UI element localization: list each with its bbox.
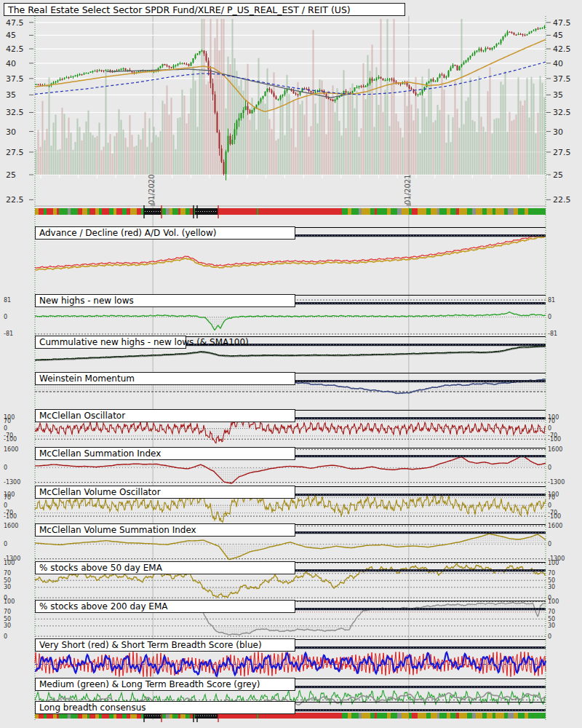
svg-text:0: 0 — [4, 314, 7, 320]
svg-text:47.5: 47.5 — [6, 18, 24, 28]
svg-text:47.5: 47.5 — [553, 18, 571, 28]
svg-text:35: 35 — [6, 90, 16, 100]
svg-text:100: 100 — [4, 598, 15, 605]
svg-text:1600: 1600 — [548, 523, 562, 529]
svg-text:42.5: 42.5 — [6, 44, 24, 54]
panel-label-mcclellan-volume-summation: McClellan Volume Summation Index — [35, 523, 295, 537]
svg-text:32.5: 32.5 — [6, 108, 24, 117]
svg-text:0: 0 — [4, 502, 7, 509]
svg-text:37.5: 37.5 — [6, 74, 24, 84]
svg-text:81: 81 — [548, 297, 555, 304]
chart-page: { "title": "The Real Estate Select Secto… — [0, 0, 582, 728]
svg-text:30: 30 — [553, 127, 563, 137]
svg-text:0: 0 — [4, 425, 7, 432]
svg-text:70: 70 — [548, 609, 555, 615]
svg-text:70: 70 — [548, 494, 555, 501]
svg-text:0: 0 — [548, 314, 551, 320]
panel-label-mcclellan-summation: McClellan Summation Index — [35, 447, 295, 460]
svg-text:01/2020: 01/2020 — [148, 174, 156, 205]
svg-text:0: 0 — [548, 633, 551, 640]
svg-text:50: 50 — [548, 616, 555, 622]
panel-label-pct-above-50ema: % stocks above 50 day EMA — [35, 561, 295, 574]
svg-text:-100: -100 — [4, 513, 17, 520]
panel-label-breadth-short: Very Short (red) & Short Term Breadth Sc… — [35, 638, 295, 652]
chart-canvas[interactable]: 47.547.5454542.542.5404037.537.5353532.5… — [0, 0, 582, 728]
panel-label-long-breadth-consensus: Long breadth consensus — [35, 701, 295, 714]
panel-label-new-highs-lows: New highs - new lows — [35, 294, 295, 307]
svg-text:30: 30 — [548, 622, 555, 629]
svg-text:70: 70 — [4, 494, 11, 501]
svg-text:30: 30 — [6, 127, 16, 137]
svg-text:81: 81 — [4, 297, 11, 304]
svg-text:30: 30 — [548, 584, 555, 590]
svg-text:25: 25 — [6, 170, 16, 180]
svg-text:0: 0 — [548, 464, 551, 471]
svg-text:1600: 1600 — [4, 446, 18, 453]
svg-text:0: 0 — [548, 502, 551, 509]
svg-text:1600: 1600 — [4, 523, 18, 529]
svg-text:-81: -81 — [548, 331, 557, 337]
svg-text:-81: -81 — [4, 331, 13, 337]
panel-label-pct-above-200ema: % stocks above 200 day EMA — [35, 600, 295, 613]
plot-edges — [35, 16, 546, 720]
svg-text:45: 45 — [6, 31, 16, 40]
ad-vol-line-yellow — [35, 237, 546, 271]
svg-text:42.5: 42.5 — [553, 44, 571, 54]
panel-label-mcclellan-volume-oscillator: McClellan Volume Oscillator — [35, 486, 295, 499]
svg-text:70: 70 — [548, 418, 555, 424]
panel-label-advance-decline: Advance / Decline (red) A/D Vol. (yellow… — [35, 226, 295, 240]
svg-text:27.5: 27.5 — [6, 148, 24, 157]
sma-fast-yellow — [35, 39, 546, 111]
svg-text:50: 50 — [4, 577, 11, 584]
volume-bars — [36, 19, 546, 175]
svg-text:0: 0 — [4, 633, 7, 640]
svg-text:40: 40 — [553, 59, 563, 68]
panel-label-cumulative-highs-lows: Cummulative new highs - new lows (& SMA1… — [35, 336, 186, 349]
nh-nl-line — [35, 312, 546, 331]
panel-label-mcclellan-oscillator: McClellan Oscillator — [35, 409, 295, 422]
svg-text:40: 40 — [6, 59, 16, 68]
panel-label-breadth-medium: Medium (green) & Long Term Breadth Score… — [35, 678, 295, 691]
svg-text:37.5: 37.5 — [553, 74, 571, 84]
svg-text:70: 70 — [4, 570, 11, 577]
svg-text:50: 50 — [4, 616, 11, 622]
svg-text:32.5: 32.5 — [553, 108, 571, 117]
main-price-chart: 47.547.5454542.542.5404037.537.5353532.5… — [6, 18, 571, 206]
svg-text:0: 0 — [548, 541, 551, 547]
svg-text:27.5: 27.5 — [553, 148, 571, 157]
svg-text:22.5: 22.5 — [553, 195, 571, 205]
svg-text:22.5: 22.5 — [6, 195, 24, 205]
svg-text:0: 0 — [548, 425, 551, 432]
svg-text:-1300: -1300 — [548, 479, 565, 486]
svg-text:70: 70 — [4, 609, 11, 615]
panel-label-weinstein-momentum: Weinstein Momentum — [35, 372, 295, 385]
svg-text:100: 100 — [548, 598, 559, 605]
svg-text:30: 30 — [4, 584, 11, 590]
svg-text:70: 70 — [4, 418, 11, 424]
svg-text:-100: -100 — [4, 436, 17, 443]
svg-text:45: 45 — [553, 31, 563, 40]
svg-text:0: 0 — [4, 541, 7, 547]
svg-text:-100: -100 — [548, 513, 561, 520]
consensus-strip-top — [35, 205, 546, 218]
svg-text:100: 100 — [4, 560, 15, 566]
svg-text:70: 70 — [548, 570, 555, 577]
svg-text:01/2021: 01/2021 — [404, 174, 412, 205]
svg-text:25: 25 — [553, 170, 563, 180]
svg-text:100: 100 — [548, 560, 559, 566]
svg-text:0: 0 — [4, 464, 7, 471]
svg-text:30: 30 — [4, 622, 11, 629]
svg-text:-1300: -1300 — [4, 479, 20, 486]
chart-title: The Real Estate Select Sector SPDR Fund/… — [4, 3, 405, 16]
cum-sma-grey — [35, 347, 546, 361]
svg-text:50: 50 — [548, 577, 555, 584]
mcclellan-vol-sum-line — [35, 534, 546, 559]
svg-text:1600: 1600 — [548, 446, 562, 453]
svg-text:35: 35 — [553, 90, 563, 100]
svg-text:-100: -100 — [548, 436, 561, 443]
